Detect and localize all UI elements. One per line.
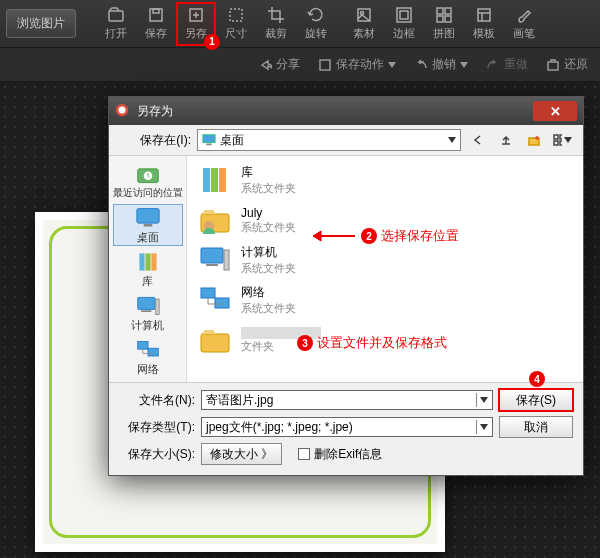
svg-rect-24 <box>560 141 562 145</box>
browse-images-button[interactable]: 浏览图片 <box>6 9 76 38</box>
template-icon <box>475 6 493 24</box>
crop-icon <box>267 6 285 24</box>
svg-point-17 <box>119 107 126 114</box>
file-item-network[interactable]: 网络系统文件夹 <box>193 280 577 320</box>
libraries-icon <box>197 164 233 196</box>
svg-rect-11 <box>437 16 443 22</box>
annotation-badge-4: 4 <box>529 371 545 387</box>
view-mode-button[interactable] <box>551 129 573 151</box>
filetype-dropdown[interactable]: jpeg文件(*.jpg; *.jpeg; *.jpe) <box>201 417 493 437</box>
svg-rect-37 <box>203 168 210 192</box>
svg-rect-42 <box>201 248 223 263</box>
save-button[interactable]: 保存(S) <box>499 389 573 411</box>
close-button[interactable]: ✕ <box>533 101 577 121</box>
svg-rect-8 <box>400 11 408 19</box>
resize-button[interactable]: 修改大小 》 <box>201 443 282 465</box>
back-icon <box>471 133 485 147</box>
recent-icon <box>134 162 162 186</box>
desktop-icon <box>134 206 162 230</box>
annotation-badge-1: 1 <box>204 34 220 50</box>
collage-icon <box>435 6 453 24</box>
filesize-label: 保存大小(S): <box>119 446 195 463</box>
filename-label: 文件名(N): <box>119 392 195 409</box>
tool-rotate[interactable]: 旋转 <box>296 2 336 46</box>
save-as-dialog: 另存为 ✕ 保存在(I): 桌面 最近访问的位置 桌面 库 计算机 网络 库系统… <box>108 96 584 476</box>
svg-rect-44 <box>206 264 218 266</box>
open-icon <box>107 6 125 24</box>
nav-up-button[interactable] <box>495 129 517 151</box>
cancel-button[interactable]: 取消 <box>499 416 573 438</box>
save-as-icon <box>187 6 205 24</box>
redo-icon <box>486 58 500 72</box>
tool-collage[interactable]: 拼图 <box>424 2 464 46</box>
file-item-libraries[interactable]: 库系统文件夹 <box>193 160 577 200</box>
svg-rect-28 <box>143 224 152 227</box>
svg-rect-39 <box>219 168 226 192</box>
svg-rect-4 <box>230 9 242 21</box>
new-folder-button[interactable] <box>523 129 545 151</box>
network-icon <box>134 338 162 362</box>
disk-icon <box>318 58 332 72</box>
svg-rect-23 <box>554 141 558 145</box>
file-item-computer[interactable]: 计算机系统文件夹 <box>193 240 577 280</box>
svg-rect-27 <box>136 208 158 223</box>
undo-icon <box>414 58 428 72</box>
tool-save[interactable]: 保存 <box>136 2 176 46</box>
svg-rect-47 <box>201 334 229 352</box>
svg-rect-29 <box>139 253 144 270</box>
svg-rect-1 <box>150 9 162 21</box>
up-icon <box>499 133 513 147</box>
dialog-bottom: 文件名(N): 寄语图片.jpg 4 保存(S) 保存类型(T): jpeg文件… <box>109 383 583 475</box>
chevron-down-icon <box>388 62 396 68</box>
chevron-down-icon[interactable] <box>476 420 490 434</box>
checkbox-icon <box>298 448 310 460</box>
place-desktop[interactable]: 桌面 <box>113 204 183 246</box>
redo-button[interactable]: 重做 <box>486 56 528 73</box>
location-dropdown[interactable]: 桌面 <box>197 129 461 151</box>
share-button[interactable]: 分享 <box>258 56 300 73</box>
place-recent[interactable]: 最近访问的位置 <box>113 160 183 202</box>
filename-input[interactable]: 寄语图片.jpg <box>201 390 493 410</box>
annotation-step2: 2 选择保存位置 <box>307 226 459 246</box>
tool-label: 裁剪 <box>265 26 287 41</box>
svg-rect-18 <box>203 135 215 143</box>
tool-template[interactable]: 模板 <box>464 2 504 46</box>
file-list[interactable]: 库系统文件夹 July系统文件夹 计算机系统文件夹 网络系统文件夹 文件夹 2 … <box>187 156 583 382</box>
tool-save-as[interactable]: 另存1 <box>176 2 216 46</box>
dialog-body: 最近访问的位置 桌面 库 计算机 网络 库系统文件夹 July系统文件夹 计算机… <box>109 155 583 383</box>
computer-icon <box>134 294 162 318</box>
save-icon <box>147 6 165 24</box>
tool-assets[interactable]: 素材 <box>344 2 384 46</box>
dialog-titlebar[interactable]: 另存为 ✕ <box>109 97 583 125</box>
tool-size[interactable]: 尺寸 <box>216 2 256 46</box>
svg-rect-36 <box>148 348 158 356</box>
rotate-icon <box>307 6 325 24</box>
tool-label: 拼图 <box>433 26 455 41</box>
svg-rect-12 <box>445 16 451 22</box>
svg-point-6 <box>361 12 364 15</box>
monitor-icon <box>202 133 216 147</box>
svg-rect-43 <box>224 250 229 270</box>
delete-exif-checkbox[interactable]: 删除Exif信息 <box>298 446 382 463</box>
tool-crop[interactable]: 裁剪 <box>256 2 296 46</box>
svg-rect-15 <box>548 62 558 70</box>
svg-rect-45 <box>201 288 215 298</box>
location-value: 桌面 <box>220 132 244 149</box>
svg-rect-21 <box>554 135 558 139</box>
undo-button[interactable]: 撤销 <box>414 56 468 73</box>
restore-button[interactable]: 还原 <box>546 56 588 73</box>
tool-brush[interactable]: 画笔 <box>504 2 544 46</box>
save-action-button[interactable]: 保存动作 <box>318 56 396 73</box>
svg-rect-31 <box>151 253 156 270</box>
place-network[interactable]: 网络 <box>113 336 183 378</box>
place-libraries[interactable]: 库 <box>113 248 183 290</box>
tool-border[interactable]: 边框 <box>384 2 424 46</box>
computer-icon <box>197 244 233 276</box>
tool-label: 旋转 <box>305 26 327 41</box>
tool-open[interactable]: 打开 <box>96 2 136 46</box>
chevron-down-icon <box>448 137 456 143</box>
place-computer[interactable]: 计算机 <box>113 292 183 334</box>
nav-back-button[interactable] <box>467 129 489 151</box>
chevron-down-icon[interactable] <box>476 393 490 407</box>
svg-rect-9 <box>437 8 443 14</box>
